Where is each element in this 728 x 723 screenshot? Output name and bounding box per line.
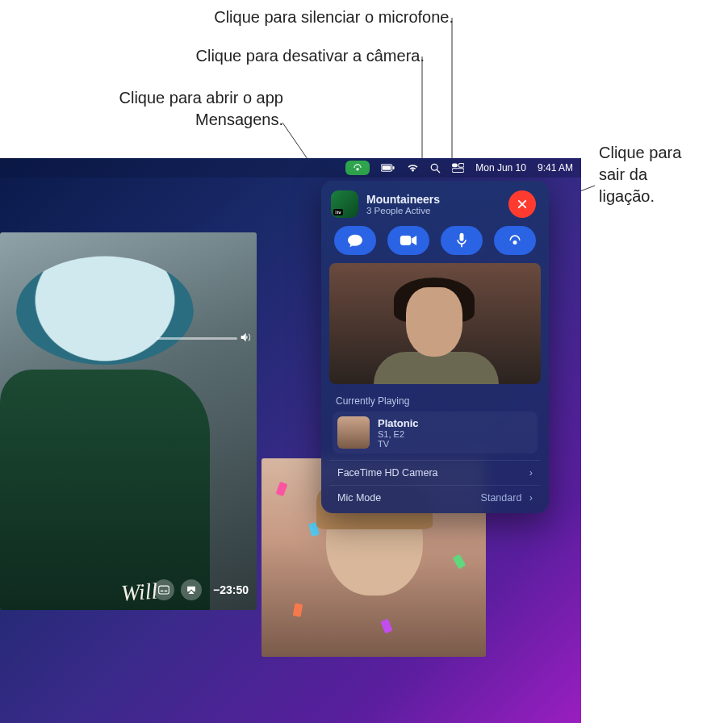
svg-rect-12 [460,233,464,241]
svg-rect-9 [161,591,164,591]
camera-toggle-button[interactable] [387,226,429,255]
camera-select-label: FaceTime HD Camera [337,467,438,479]
chevron-right-icon: › [529,467,533,479]
now-playing-source: TV [378,439,419,449]
callout-leave-line2: sair da [599,165,647,183]
callout-leave-line1: Clique para [599,144,681,161]
group-subtitle: 3 People Active [366,206,440,215]
svg-rect-1 [383,165,391,170]
svg-rect-8 [159,586,169,594]
airplay-icon[interactable] [181,579,202,600]
callout-leave-line3: ligação. [599,187,655,205]
group-avatar: tv [331,190,358,218]
menubar: Mon Jun 10 9:41 AM [0,158,581,178]
mic-toggle-button[interactable] [441,226,483,255]
svg-rect-6 [458,164,464,168]
avatar-tag: tv [333,209,343,215]
callout-messages: Clique para abrir o app Mensagens. [119,87,283,131]
shareplay-status-icon[interactable] [345,161,370,175]
callout-mic: Clique para silenciar o microfone. [214,6,454,28]
search-icon[interactable] [430,163,441,173]
mic-mode-label: Mic Mode [337,492,381,504]
self-preview[interactable] [329,263,541,384]
close-icon [517,199,528,210]
video-camera-icon [400,234,417,247]
svg-rect-10 [165,591,168,591]
time-remaining: −23:50 [213,583,249,596]
mic-mode-value: Standard [481,492,522,504]
video-footer: −23:50 [0,570,257,610]
group-name: Mountaineers [366,193,440,206]
volume-slider[interactable] [157,337,237,340]
control-buttons-row [329,226,541,263]
menubar-time: 9:41 AM [538,162,573,173]
mic-mode-row[interactable]: Mic Mode Standard › [329,485,541,510]
menubar-date: Mon Jun 10 [475,162,526,173]
panel-header: tv Mountaineers 3 People Active [329,189,541,226]
shareplay-icon [507,233,523,248]
participant-image: Will [0,232,257,610]
currently-playing-label: Currently Playing [329,391,541,412]
now-playing-card[interactable]: Platonic S1, E2 TV [333,412,538,453]
svg-line-4 [437,169,440,172]
volume-icon[interactable] [239,331,252,344]
battery-icon [381,164,395,172]
chevron-right-icon: › [529,492,533,504]
messages-icon [347,233,363,248]
callout-messages-line1: Clique para abrir o app [119,89,283,107]
video-tile-main[interactable]: Will −23:50 [0,232,257,610]
camera-select-row[interactable]: FaceTime HD Camera › [329,460,541,485]
control-center-icon[interactable] [452,163,464,173]
screenshot-frame: Mon Jun 10 9:41 AM Will −23:50 [0,158,581,723]
shareplay-button[interactable] [494,226,536,255]
callout-leave: Clique para sair da ligação. [599,142,681,207]
svg-rect-7 [452,169,464,173]
subtitles-icon[interactable] [153,579,174,600]
callout-messages-line2: Mensagens. [195,111,283,128]
leave-call-button[interactable] [508,190,536,218]
wifi-icon [407,163,419,173]
callout-camera: Clique para desativar a câmera. [196,45,425,67]
shareplay-panel: tv Mountaineers 3 People Active [321,181,549,513]
svg-rect-2 [393,166,395,169]
now-playing-title: Platonic [378,417,419,429]
svg-point-3 [432,164,438,170]
now-playing-episode: S1, E2 [378,429,419,439]
svg-rect-5 [452,164,458,168]
svg-rect-11 [400,236,412,245]
microphone-icon [456,232,467,249]
now-playing-thumbnail [337,416,370,449]
messages-button[interactable] [334,226,376,255]
